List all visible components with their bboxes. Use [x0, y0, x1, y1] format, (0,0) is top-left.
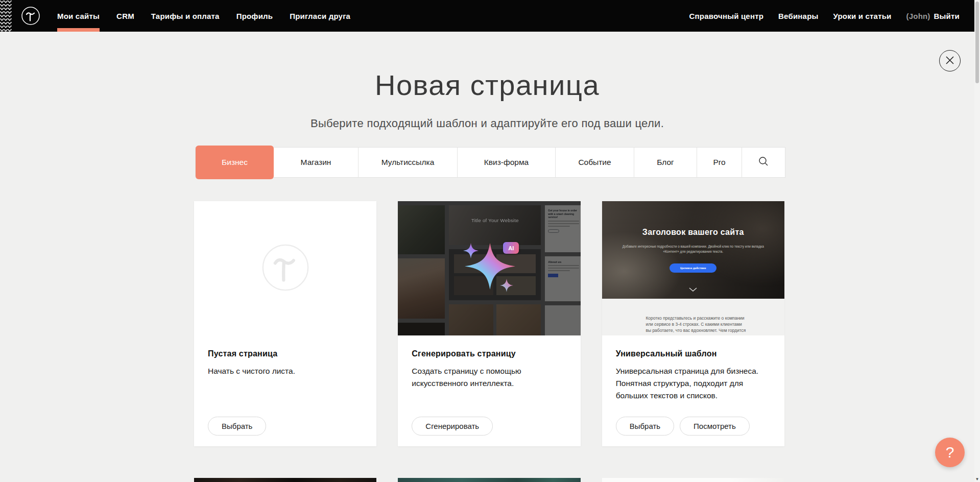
card-actions: Выбрать: [208, 417, 266, 436]
nav-item-label: Уроки и статьи: [833, 12, 892, 20]
template-text-section: Коротко представьтесь и расскажите о ком…: [602, 299, 784, 335]
nav-item-logout[interactable]: (John) Выйти: [906, 0, 960, 32]
tab-label: Мультиссылка: [381, 158, 435, 167]
ai-preview: Title of Your Website Get your house in …: [398, 201, 580, 335]
collage-gallery-tile: [449, 249, 541, 300]
template-hero: Заголовок вашего сайта Добавьте интересн…: [602, 201, 784, 299]
tilda-watermark-icon: [261, 243, 310, 294]
collage-site-title: Title of Your Website: [449, 218, 541, 223]
card-actions: Сгенерировать: [412, 417, 493, 436]
card-description: Универсальная страница для бизнеса. Поня…: [616, 365, 769, 402]
card-preview-partial[interactable]: [194, 478, 376, 482]
template-preview: Заголовок вашего сайта Добавьте интересн…: [602, 201, 784, 335]
card-text: Сгенерировать страницу Создать страницу …: [398, 335, 580, 390]
card-universal-template[interactable]: Заголовок вашего сайта Добавьте интересн…: [602, 201, 784, 446]
card-text: Универсальный шаблон Универсальная стран…: [602, 335, 784, 402]
view-button[interactable]: Посмотреть: [680, 417, 750, 436]
generate-button[interactable]: Сгенерировать: [412, 417, 493, 436]
card-description: Создать страницу с помощью искусственног…: [412, 365, 565, 390]
search-icon: [758, 156, 769, 169]
template-hero-title: Заголовок вашего сайта: [602, 228, 784, 237]
nav-item-label: Профиль: [236, 12, 273, 20]
collage-photo-tile: [398, 205, 445, 254]
template-collage: Title of Your Website Get your house in …: [398, 201, 580, 335]
tab-label: Квиз-форма: [484, 158, 529, 167]
chevron-down-icon: [689, 284, 697, 294]
help-button[interactable]: ?: [935, 438, 965, 467]
tilda-logo[interactable]: [21, 6, 40, 26]
collage-mini-grid: [454, 254, 536, 295]
tab-quiz-form[interactable]: Квиз-форма: [458, 148, 556, 177]
tab-label: Событие: [578, 158, 611, 167]
active-nav-underline: [57, 28, 100, 32]
template-body-text: Коротко представьтесь и расскажите о ком…: [646, 316, 748, 335]
tab-label: Бизнес: [222, 158, 248, 167]
collage-photo-tile: [398, 323, 445, 335]
card-preview-partial[interactable]: [602, 478, 784, 482]
collage-page-tile: [545, 305, 580, 335]
nav-item-label: Пригласи друга: [290, 12, 350, 20]
tab-blog[interactable]: Блог: [634, 148, 697, 177]
nav-item-tariffs[interactable]: Тарифы и оплата: [151, 0, 220, 32]
scrollbar[interactable]: ▼: [974, 0, 980, 482]
ai-badge: AI: [503, 242, 519, 254]
card-title: Универсальный шаблон: [616, 349, 771, 358]
card-actions: Выбрать Посмотреть: [616, 417, 750, 436]
template-cta-button: Целевое действие: [670, 263, 716, 273]
collage-photo-tile: [398, 258, 445, 319]
card-blank-page[interactable]: Пустая страница Начать с чистого листа. …: [194, 201, 376, 446]
new-page-dialog: Мои сайты CRM Тарифы и оплата Профиль Пр…: [0, 0, 980, 482]
user-name: (John): [906, 12, 930, 20]
collage-hero-tile: Title of Your Website: [449, 205, 541, 245]
nav-item-profile[interactable]: Профиль: [236, 0, 273, 32]
tab-multilink[interactable]: Мультиссылка: [358, 148, 458, 177]
choose-button[interactable]: Выбрать: [208, 417, 266, 436]
nav-item-webinars[interactable]: Вебинары: [778, 0, 818, 32]
collage-aside-heading: Get your house in order with a smart cle…: [548, 209, 579, 219]
nav-item-invite-friend[interactable]: Пригласи друга: [290, 0, 350, 32]
tab-shop[interactable]: Магазин: [274, 148, 358, 177]
nav-item-my-sites[interactable]: Мои сайты: [57, 0, 100, 32]
logout-label: Выйти: [934, 12, 960, 20]
nav-item-label: Вебинары: [778, 12, 818, 20]
page-subtitle: Выберите подходящий шаблон и адаптируйте…: [0, 117, 974, 130]
template-grid: Пустая страница Начать с чистого листа. …: [194, 201, 784, 446]
template-category-tabs: Бизнес Магазин Мультиссылка Квиз-форма С…: [195, 147, 785, 178]
nav-item-label: Тарифы и оплата: [151, 12, 220, 20]
card-preview-partial[interactable]: [398, 478, 580, 482]
page-title: Новая страница: [0, 68, 974, 102]
nav-item-label: Мои сайты: [57, 12, 100, 20]
nav-item-label: CRM: [116, 12, 134, 20]
tab-label: Блог: [657, 158, 674, 167]
collage-page-tile: Get your house in order with a smart cle…: [545, 205, 580, 252]
card-title: Пустая страница: [208, 349, 363, 358]
scrollbar-down-arrow[interactable]: ▼: [974, 477, 980, 481]
choose-button[interactable]: Выбрать: [616, 417, 674, 436]
tab-label: Pro: [713, 158, 725, 167]
nav-item-crm[interactable]: CRM: [116, 0, 134, 32]
tab-event[interactable]: Событие: [556, 148, 634, 177]
tab-pro[interactable]: Pro: [697, 148, 742, 177]
collage-tiles: Title of Your Website Get your house in …: [398, 201, 580, 335]
collage-about-heading: About us: [548, 260, 579, 263]
blank-page-preview: [194, 201, 376, 335]
nav-item-help-center[interactable]: Справочный центр: [689, 0, 764, 32]
scrollbar-thumb[interactable]: [975, 2, 979, 83]
card-title: Сгенерировать страницу: [412, 349, 566, 358]
template-hero-text: Добавьте интересные подробности о вашей …: [620, 244, 766, 254]
primary-nav: Мои сайты CRM Тарифы и оплата Профиль Пр…: [57, 0, 350, 32]
top-nav: Мои сайты CRM Тарифы и оплата Профиль Пр…: [0, 0, 980, 32]
secondary-nav: Справочный центр Вебинары Уроки и статьи…: [689, 0, 960, 32]
nav-item-label: Справочный центр: [689, 12, 764, 20]
tab-business[interactable]: Бизнес: [196, 146, 274, 179]
collage-photos-tile: [449, 304, 541, 335]
card-description: Начать с чистого листа.: [208, 365, 361, 377]
tab-label: Магазин: [301, 158, 331, 167]
zigzag-pattern-decoration: [0, 0, 12, 32]
template-grid-row-2: [194, 478, 784, 482]
nav-item-lessons[interactable]: Уроки и статьи: [833, 0, 892, 32]
collage-about-tile: About us: [545, 256, 580, 301]
card-ai-generate[interactable]: Title of Your Website Get your house in …: [398, 201, 580, 446]
card-text: Пустая страница Начать с чистого листа.: [194, 335, 376, 377]
tab-search[interactable]: [742, 148, 785, 177]
